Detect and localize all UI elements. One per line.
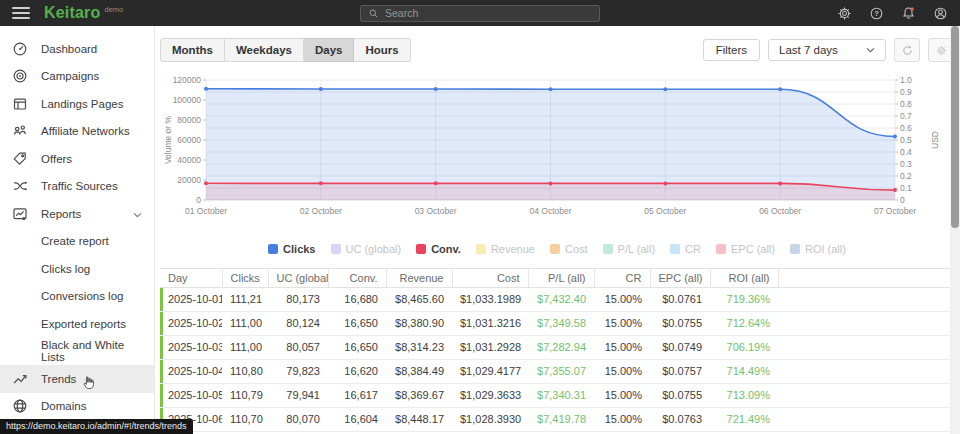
sidebar-item-offers[interactable]: Offers [0, 145, 154, 173]
search-placeholder: Search [385, 7, 418, 19]
legend-item-roi-all[interactable]: ROI (all) [790, 243, 846, 255]
cell-cr: 15.00% [594, 312, 650, 336]
sidebar-item-trends[interactable]: Trends [0, 365, 154, 393]
legend-item-cr[interactable]: CR [670, 243, 701, 255]
cell-spacer [778, 336, 954, 360]
domains-icon [12, 398, 28, 414]
scrollbar-thumb[interactable] [951, 26, 959, 228]
column-header-uc-global: UC (global) [268, 269, 328, 288]
cell-clicks: 110,80 [222, 360, 268, 384]
legend-swatch [268, 244, 278, 254]
table-row: 2025-10-03111,0080,05716,650$8,314.23$1,… [160, 336, 954, 360]
column-header-day: Day [160, 269, 222, 288]
vertical-scrollbar[interactable] [950, 26, 960, 434]
filters-button[interactable]: Filters [703, 39, 760, 61]
help-icon[interactable]: ? [869, 6, 884, 21]
trends-icon [12, 371, 28, 387]
cell-cost: $1,029.4177 [452, 360, 528, 384]
svg-text:0.5: 0.5 [900, 135, 912, 145]
chart-legend: ClicksUC (global)Conv.RevenueCostP/L (al… [160, 240, 954, 258]
sidebar-item-label: Exported reports [41, 318, 126, 330]
cell-p-l-all: $7,340.31 [528, 384, 594, 408]
offers-icon [12, 151, 28, 167]
legend-label: UC (global) [346, 243, 402, 255]
legend-item-revenue[interactable]: Revenue [476, 243, 535, 255]
tab-hours[interactable]: Hours [354, 38, 410, 62]
svg-text:0.3: 0.3 [900, 159, 912, 169]
menu-icon[interactable] [12, 7, 30, 19]
sidebar-item-label: Conversions log [41, 290, 123, 302]
account-icon[interactable] [933, 6, 948, 21]
legend-item-cost[interactable]: Cost [550, 243, 588, 255]
cell-cr: 15.00% [594, 408, 650, 432]
refresh-button[interactable] [894, 38, 920, 62]
legend-item-uc-global[interactable]: UC (global) [331, 243, 402, 255]
legend-item-p-l-all[interactable]: P/L (all) [603, 243, 656, 255]
sidebar-item-clicks-log[interactable]: Clicks log [0, 255, 154, 283]
column-header-roi-all: ROI (all) [710, 269, 778, 288]
sidebar-item-traffic-sources[interactable]: Traffic Sources [0, 173, 154, 201]
cell-uc-global: 80,124 [268, 312, 328, 336]
settings-icon[interactable] [837, 6, 852, 21]
legend-swatch [476, 244, 486, 254]
column-header-epc-all: EPC (all) [650, 269, 710, 288]
cell-cost: $1,031.2928 [452, 336, 528, 360]
date-range-value: Last 7 days [779, 44, 838, 56]
sidebar-item-create-report[interactable]: Create report [0, 228, 154, 256]
search-input[interactable]: Search [360, 5, 600, 22]
cell-day: 2025-10-02 [160, 312, 222, 336]
tab-months[interactable]: Months [160, 38, 225, 62]
svg-text:Volume or %: Volume or % [163, 115, 173, 164]
tab-weekdays[interactable]: Weekdays [225, 38, 304, 62]
cell-conv: 16,617 [328, 384, 386, 408]
date-range-select[interactable]: Last 7 days [768, 39, 886, 61]
sidebar-item-affiliate-networks[interactable]: Affiliate Networks [0, 118, 154, 146]
cell-revenue: $8,448.17 [386, 408, 452, 432]
chevron-down-icon [866, 47, 875, 53]
sidebar-item-reports[interactable]: Reports [0, 200, 154, 228]
trends-chart-svg: 02000040000600008000010000012000000.10.2… [160, 72, 945, 234]
cell-cost: $1,031.3216 [452, 312, 528, 336]
cell-day: 2025-10-01 [160, 288, 222, 312]
table-row: 2025-10-04110,8079,82316,620$8,384.49$1,… [160, 360, 954, 384]
notifications-icon[interactable] [901, 6, 916, 21]
sidebar-item-campaigns[interactable]: Campaigns [0, 63, 154, 91]
sidebar-item-label: Traffic Sources [41, 180, 118, 192]
svg-text:01 October: 01 October [185, 206, 227, 216]
sidebar-item-black-and-white-lists[interactable]: Black and White Lists [0, 338, 154, 366]
svg-text:0.2: 0.2 [900, 171, 912, 181]
cell-clicks: 111,21 [222, 288, 268, 312]
sidebar-item-domains[interactable]: Domains [0, 393, 154, 421]
sidebar-item-label: Landings Pages [41, 98, 123, 110]
cell-uc-global: 80,070 [268, 408, 328, 432]
legend-item-epc-all[interactable]: EPC (all) [716, 243, 775, 255]
svg-text:06 October: 06 October [759, 206, 801, 216]
brand-logo[interactable]: Keitaro demo [44, 4, 123, 22]
sidebar-item-landings-pages[interactable]: Landings Pages [0, 90, 154, 118]
legend-swatch [416, 244, 426, 254]
svg-text:0.4: 0.4 [900, 147, 912, 157]
cell-p-l-all: $7,349.58 [528, 312, 594, 336]
cell-revenue: $8,314.23 [386, 336, 452, 360]
cell-uc-global: 79,823 [268, 360, 328, 384]
cell-clicks: 110,79 [222, 384, 268, 408]
svg-text:02 October: 02 October [300, 206, 342, 216]
chevron-down-icon [133, 208, 142, 220]
tab-days[interactable]: Days [304, 38, 355, 62]
cell-spacer [778, 312, 954, 336]
sidebar-item-dashboard[interactable]: Dashboard [0, 35, 154, 63]
gear-icon [936, 45, 947, 56]
svg-text:0: 0 [900, 195, 905, 205]
legend-label: Conv. [431, 243, 461, 255]
legend-item-conv[interactable]: Conv. [416, 243, 461, 255]
cell-roi-all: 721.49% [710, 408, 778, 432]
legend-label: Revenue [491, 243, 535, 255]
svg-text:05 October: 05 October [644, 206, 686, 216]
sidebar-item-conversions-log[interactable]: Conversions log [0, 283, 154, 311]
sidebar-item-exported-reports[interactable]: Exported reports [0, 310, 154, 338]
legend-item-clicks[interactable]: Clicks [268, 243, 315, 255]
cell-spacer [778, 384, 954, 408]
cell-roi-all: 719.36% [710, 288, 778, 312]
column-header-clicks: Clicks [222, 269, 268, 288]
cell-cost: $1,028.3930 [452, 408, 528, 432]
